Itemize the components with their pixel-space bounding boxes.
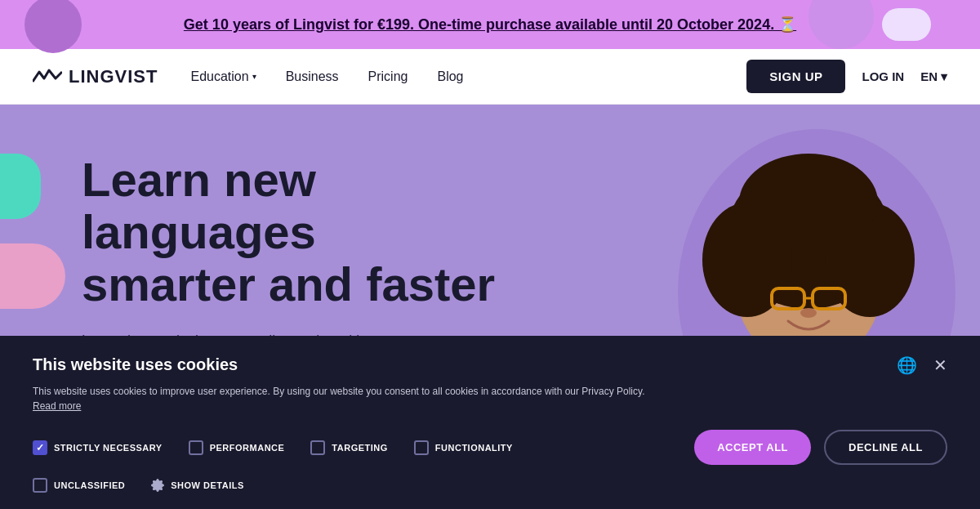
hero-decor-pink	[0, 243, 65, 309]
lang-chevron-icon: ▾	[941, 69, 947, 84]
nav-pricing[interactable]: Pricing	[368, 69, 408, 84]
cookie-banner: This website uses cookies 🌐 ✕ This websi…	[0, 336, 980, 509]
checkbox-targeting[interactable]: TARGETING	[310, 440, 387, 455]
decline-all-button[interactable]: DECLINE ALL	[824, 430, 947, 465]
cookie-checkboxes: STRICTLY NECESSARY PERFORMANCE TARGETING…	[33, 440, 513, 455]
checkbox-unclassified[interactable]: UNCLASSIFIED	[33, 478, 125, 493]
checkbox-targeting-input[interactable]	[310, 440, 325, 455]
show-details-button[interactable]: SHOW DETAILS	[151, 479, 244, 492]
cookie-icons: 🌐 ✕	[897, 355, 947, 375]
cookie-top-row: This website uses cookies 🌐 ✕	[33, 355, 947, 384]
close-icon[interactable]: ✕	[933, 355, 947, 375]
login-link[interactable]: LOG IN	[862, 69, 904, 83]
checkbox-performance-input[interactable]	[189, 440, 203, 455]
cookie-options-row: STRICTLY NECESSARY PERFORMANCE TARGETING…	[33, 430, 947, 465]
nav-actions: SIGN UP LOG IN EN ▾	[746, 60, 947, 93]
logo-icon	[33, 67, 62, 87]
banner-decor-pill	[882, 8, 931, 41]
hero-title: Learn new languages smarter and faster	[82, 154, 531, 310]
checkbox-unclassified-input[interactable]	[33, 478, 47, 493]
gear-icon	[151, 479, 164, 492]
svg-point-6	[739, 154, 878, 252]
banner-decor-circle	[808, 0, 874, 49]
navbar: LINGVIST Education ▾ Business Pricing Bl…	[0, 49, 980, 105]
cookie-buttons: ACCEPT ALL DECLINE ALL	[694, 430, 947, 465]
nav-links: Education ▾ Business Pricing Blog	[190, 69, 746, 84]
checkbox-strictly-necessary-input[interactable]	[33, 440, 47, 455]
hero-decor-teal	[0, 154, 41, 219]
checkbox-functionality[interactable]: FUNCTIONALITY	[414, 440, 513, 455]
language-selector[interactable]: EN ▾	[920, 69, 947, 84]
accept-all-button[interactable]: ACCEPT ALL	[694, 430, 811, 465]
banner-decor-left	[24, 0, 82, 53]
top-banner: Get 10 years of Lingvist for €199. One-t…	[0, 0, 980, 49]
svg-point-10	[800, 308, 817, 318]
cookie-description: This website uses cookies to improve use…	[33, 384, 645, 413]
cookie-second-row: UNCLASSIFIED SHOW DETAILS	[33, 478, 947, 493]
nav-business[interactable]: Business	[286, 69, 339, 84]
checkbox-strictly-necessary[interactable]: STRICTLY NECESSARY	[33, 440, 163, 455]
signup-button[interactable]: SIGN UP	[746, 60, 845, 93]
read-more-link[interactable]: Read more	[33, 400, 81, 412]
checkbox-performance[interactable]: PERFORMANCE	[189, 440, 285, 455]
nav-education[interactable]: Education ▾	[190, 69, 256, 84]
cookie-title: This website uses cookies	[33, 355, 238, 374]
globe-icon[interactable]: 🌐	[897, 355, 917, 375]
logo[interactable]: LINGVIST	[33, 66, 158, 87]
banner-text[interactable]: Get 10 years of Lingvist for €199. One-t…	[184, 16, 796, 33]
logo-wordmark: LINGVIST	[69, 66, 158, 87]
checkbox-functionality-input[interactable]	[414, 440, 429, 455]
education-chevron-icon: ▾	[252, 72, 256, 81]
hero-section: Learn new languages smarter and faster L…	[0, 105, 980, 509]
nav-blog[interactable]: Blog	[437, 69, 463, 84]
